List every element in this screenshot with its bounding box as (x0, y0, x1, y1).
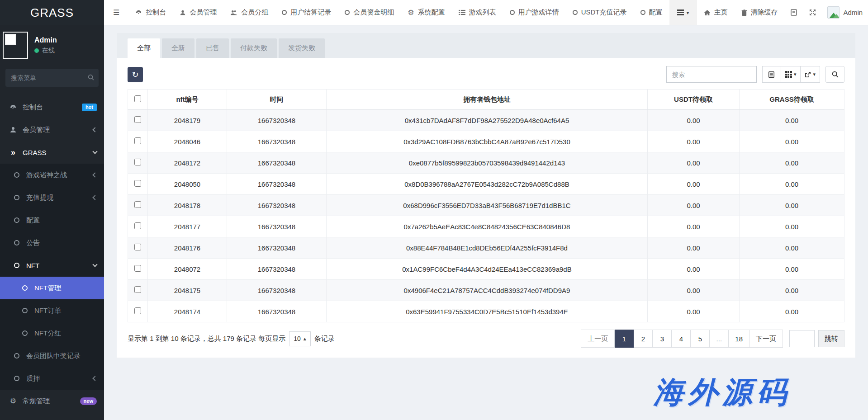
sidebar-toggle-button[interactable]: ☰ (104, 0, 128, 25)
topnav-dashboard[interactable]: 控制台 (128, 0, 173, 25)
refresh-button[interactable]: ↻ (128, 67, 143, 82)
nft-id-cell: 2048178 (148, 195, 227, 216)
search-icon (88, 74, 94, 80)
list-icon (459, 9, 465, 15)
hot-badge: hot (82, 104, 97, 111)
table-row[interactable]: 2048172 1667320348 0xe0877b5f89599823b05… (128, 152, 844, 174)
row-checkbox[interactable] (134, 244, 141, 250)
sidebar-item-announcement[interactable]: 公告 (0, 231, 104, 254)
usdt-cell: 0.00 (648, 259, 740, 280)
search-button[interactable] (825, 66, 844, 83)
circle-icon (13, 172, 21, 178)
table-search-input[interactable] (666, 66, 757, 83)
sidebar-item-label: 会员管理 (23, 126, 50, 134)
detail-view-button[interactable] (762, 66, 781, 83)
user-menu[interactable]: Admin (822, 0, 868, 25)
table-row[interactable]: 2048175 1667320348 0x4906F4eC21A78757ACC… (128, 280, 844, 301)
sidebar-item-game-gods-war[interactable]: 游戏诸神之战 (0, 164, 104, 186)
row-checkbox[interactable] (134, 201, 141, 208)
home-button[interactable]: 主页 (697, 0, 735, 25)
sidebar-item-plugin-manage[interactable]: 插件管理 new (0, 412, 104, 420)
address-cell: 0x4906F4eC21A78757ACC4CddB393274e074fDD9… (327, 280, 648, 301)
sidebar-item-label: 公告 (26, 239, 40, 247)
pagination-page[interactable]: 18 (729, 330, 749, 348)
table-row[interactable]: 2048176 1667320348 0x88E44F784B48E1cd8DE… (128, 237, 844, 259)
pagination-page[interactable]: 4 (672, 330, 691, 348)
jump-button[interactable]: 跳转 (818, 330, 844, 347)
sidebar-item-recharge-withdraw[interactable]: 充值提现 (0, 186, 104, 209)
sidebar-item-grass[interactable]: » GRASS (0, 141, 104, 164)
sidebar-item-label: 配置 (26, 216, 40, 225)
sidebar-item-staking[interactable]: 质押 (0, 367, 104, 390)
caret-up-icon: ▴ (304, 335, 306, 342)
jump-page-input[interactable] (789, 330, 815, 347)
sidebar-item-general-manage[interactable]: ⚙ 常规管理 new (0, 390, 104, 412)
sidebar-item-team-prize-records[interactable]: 会员团队中奖记录 (0, 344, 104, 367)
table-row[interactable]: 2048178 1667320348 0x68D996cF3556ED7D33a… (128, 195, 844, 216)
table-row[interactable]: 2048174 1667320348 0x63E59941F9755334C0D… (128, 301, 844, 322)
topnav-member-groups[interactable]: 会员分组 (223, 0, 275, 25)
circle-icon (13, 217, 21, 223)
tab-all[interactable]: 全部 (128, 38, 160, 58)
topnav-label: 配置 (649, 8, 663, 17)
tab-delivery-failed[interactable]: 发货失败 (279, 38, 325, 58)
row-checkbox[interactable] (134, 137, 141, 144)
topnav-system-config[interactable]: ⚙ 系统配置 (401, 0, 451, 25)
row-checkbox[interactable] (134, 286, 141, 293)
sidebar-item-members[interactable]: 会员管理 (0, 118, 104, 141)
row-checkbox[interactable] (134, 180, 141, 187)
sidebar-item-nft-manage[interactable]: NFT管理 (0, 277, 104, 299)
user-name: Admin (34, 36, 57, 44)
topnav-settlement-records[interactable]: 用户结算记录 (275, 0, 338, 25)
tab-sold[interactable]: 已售 (196, 38, 229, 58)
topnav-game-list[interactable]: 游戏列表 (452, 0, 503, 25)
sidebar-item-nft-orders[interactable]: NFT订单 (0, 299, 104, 322)
topnav-label: 控制台 (146, 8, 166, 17)
tab-payment-failed[interactable]: 付款失败 (231, 38, 277, 58)
topbar: ☰ 控制台 会员管理 会员分组 用户结算记录 (104, 0, 868, 25)
docs-button[interactable] (785, 0, 803, 25)
pagination-prev[interactable]: 上一页 (581, 330, 615, 348)
table-row[interactable]: 2048177 1667320348 0x7a262b5AeEAc83C4e8C… (128, 216, 844, 237)
sidebar-item-nft[interactable]: NFT (0, 254, 104, 277)
fullscreen-button[interactable] (803, 0, 822, 25)
table-row[interactable]: 2048072 1667320348 0x1AC99FC6CbeF4d4A3C4… (128, 259, 844, 280)
columns-button[interactable]: ▾ (781, 66, 801, 83)
user-status: 在线 (34, 47, 57, 55)
row-checkbox[interactable] (134, 307, 141, 314)
clear-cache-button[interactable]: 清除缓存 (735, 0, 785, 25)
avatar (3, 32, 28, 59)
nft-id-cell: 2048179 (148, 110, 227, 131)
address-cell: 0xe0877b5f89599823b05703598439d9491442d1… (327, 152, 648, 174)
sidebar-item-nft-dividend[interactable]: NFT分红 (0, 322, 104, 344)
topnav-user-game-details[interactable]: 用户游戏详情 (503, 0, 566, 25)
nav-overflow-menu-button[interactable]: ▾ (669, 0, 697, 25)
row-checkbox[interactable] (134, 159, 141, 165)
usdt-cell: 0.00 (648, 280, 740, 301)
pagination-page[interactable]: 2 (634, 330, 653, 348)
pagination-page[interactable]: 1 (615, 330, 634, 348)
row-checkbox[interactable] (134, 116, 141, 123)
pagination-next[interactable]: 下一页 (749, 330, 783, 348)
tachometer-icon (9, 104, 17, 111)
topnav-fund-details[interactable]: 会员资金明细 (338, 0, 401, 25)
table-row[interactable]: 2048179 1667320348 0x431cb7DAdAF8F7dDF98… (128, 110, 844, 131)
table-row[interactable]: 2048046 1667320348 0x3d29AC108FDB8763bCb… (128, 131, 844, 152)
tab-new[interactable]: 全新 (162, 38, 194, 58)
table-row[interactable]: 2048050 1667320348 0x8D0B396788aA2767E05… (128, 174, 844, 195)
column-header-grass-pending: GRASS待领取 (740, 90, 844, 110)
export-button[interactable]: ▾ (801, 66, 820, 83)
select-all-checkbox[interactable] (134, 95, 141, 102)
pagination-page[interactable]: 5 (691, 330, 710, 348)
sidebar-item-config[interactable]: 配置 (0, 209, 104, 231)
sidebar-item-dashboard[interactable]: 控制台 hot (0, 96, 104, 118)
pagination-page[interactable]: 3 (653, 330, 672, 348)
topnav-config[interactable]: 配置 (634, 0, 669, 25)
topnav-members[interactable]: 会员管理 (173, 0, 223, 25)
grass-cell: 0.00 (740, 195, 844, 216)
row-checkbox[interactable] (134, 222, 141, 229)
page-size-dropdown[interactable]: 10 ▴ (289, 331, 311, 346)
row-checkbox[interactable] (134, 265, 141, 272)
topnav-usdt-recharge-records[interactable]: USDT充值记录 (566, 0, 634, 25)
menu-search-input[interactable] (5, 69, 99, 87)
